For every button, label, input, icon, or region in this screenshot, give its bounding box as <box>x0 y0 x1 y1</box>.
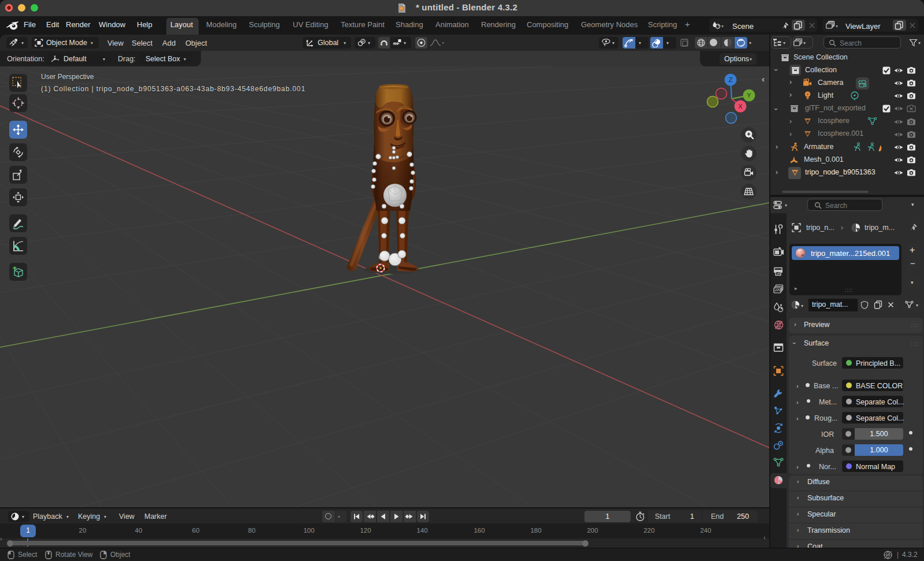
svg-text:X: X <box>738 103 743 110</box>
svg-text:Y: Y <box>747 92 751 99</box>
svg-text:Z: Z <box>729 76 733 83</box>
